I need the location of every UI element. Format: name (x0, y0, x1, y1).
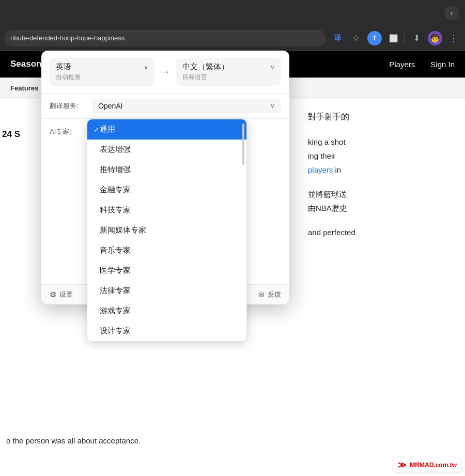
extensions-icon-btn[interactable]: ⬜ (386, 31, 400, 45)
gear-icon: ⚙ (50, 290, 56, 299)
dropdown-item-twitter[interactable]: 推特增强 (87, 160, 246, 180)
dropdown-item-general[interactable]: ✓ 通用 (87, 119, 246, 140)
right-article-content: 對手射手的 king a shot ing their players in 並… (300, 101, 465, 239)
dropdown-legal-text: 法律专家 (96, 286, 131, 296)
article-players-link[interactable]: players (308, 165, 333, 174)
dropdown-design-text: 设计专家 (96, 326, 131, 336)
source-lang-chevron: ∨ (144, 64, 148, 71)
ai-expert-label: AI专家: (50, 123, 86, 136)
zh-nba: 由NBA歷史 (308, 201, 465, 215)
dropdown-item-design[interactable]: 设计专家 (87, 321, 246, 341)
source-lang-auto: 自动检测 (56, 73, 148, 82)
service-chevron-icon: ∨ (270, 102, 275, 110)
source-language-box[interactable]: 英语 ∨ 自动检测 (50, 58, 154, 86)
dropdown-item-finance[interactable]: 金融专家 (87, 180, 246, 200)
dropdown-twitter-text: 推特增强 (96, 165, 131, 175)
mail-icon: ✉ (258, 290, 265, 299)
translation-popup: 英语 ∨ 自动检测 → 中文（繁体） ∨ 目标语言 翻译服务: OpenAI ∨… (41, 51, 289, 304)
watermark-logo: ≫ (398, 460, 407, 470)
check-icon: ✓ (94, 126, 100, 134)
service-label: 翻译服务: (50, 101, 86, 111)
dropdown-item-expression[interactable]: 表达增强 (87, 140, 246, 160)
target-lang-name: 中文（繁体） (182, 62, 229, 72)
site-nav-season[interactable]: Season (10, 59, 41, 69)
address-text: ribute-defended-hoop-hope-happiness (10, 34, 125, 42)
lang-arrow: → (159, 67, 172, 78)
dropdown-scrollbar (242, 124, 244, 165)
language-selector-row: 英语 ∨ 自动检测 → 中文（繁体） ∨ 目标语言 (41, 51, 289, 94)
settings-label: 设置 (59, 290, 73, 299)
dropdown-expression-text: 表达增强 (96, 145, 131, 155)
dropdown-tech-text: 科技专家 (96, 205, 131, 215)
translate-active-badge[interactable]: T (367, 31, 382, 45)
dropdown-music-text: 音乐专家 (96, 245, 131, 255)
dropdown-finance-text: 金融专家 (96, 185, 131, 195)
zh-heading: 對手射手的 (308, 110, 465, 125)
ai-expert-row: AI专家: ✓ 通用 表达增强 推特增强 金融专家 科技专家 新闻媒体专家 (41, 119, 289, 284)
site-nav-players[interactable]: Players (389, 60, 415, 69)
address-bar-row: ribute-defended-hoop-hope-happiness 译 ☆ … (0, 26, 465, 51)
bookmark-icon-btn[interactable]: ☆ (349, 31, 363, 45)
profile-avatar-btn[interactable]: 🧒 (428, 31, 442, 45)
translate-icon-btn[interactable]: 译 (330, 31, 345, 45)
dropdown-gaming-text: 游戏专家 (96, 306, 131, 316)
feedback-label: 反馈 (268, 290, 281, 299)
toolbar-divider (405, 33, 405, 43)
dropdown-item-legal[interactable]: 法律专家 (87, 281, 246, 301)
dropdown-media-text: 新闻媒体专家 (96, 225, 146, 235)
subnav-features[interactable]: Features ∨ (10, 84, 45, 92)
address-bar[interactable]: ribute-defended-hoop-hope-happiness (4, 30, 326, 47)
source-lang-name: 英语 (56, 62, 71, 72)
watermark-text: MRMAD.com.tw (410, 462, 457, 469)
ai-expert-dropdown[interactable]: ✓ 通用 表达增强 推特增强 金融专家 科技专家 新闻媒体专家 音乐专家 医 (87, 119, 247, 342)
article-left-partial: 24 S (2, 126, 20, 143)
settings-button[interactable]: ⚙ 设置 (50, 290, 73, 299)
en-shot: king a shot (308, 135, 465, 149)
dropdown-item-tech[interactable]: 科技专家 (87, 200, 246, 220)
service-select[interactable]: OpenAI ∨ (92, 99, 281, 113)
article-bottom: o the person was all about acceptance. (0, 436, 465, 445)
menu-icon-btn[interactable]: ⋮ (446, 31, 461, 45)
zh-basket: 並將籃球送 (308, 187, 465, 201)
dropdown-item-medical[interactable]: 医学专家 (87, 260, 246, 281)
en-their: ing their (308, 149, 465, 163)
dropdown-item-media[interactable]: 新闻媒体专家 (87, 220, 246, 240)
download-icon-btn[interactable]: ⬇ (409, 31, 424, 45)
dropdown-medical-text: 医学专家 (96, 266, 131, 275)
target-lang-chevron: ∨ (270, 64, 275, 71)
browser-expand-button[interactable]: › (444, 6, 459, 20)
chevron-icon: › (451, 9, 453, 17)
watermark: ≫ MRMAD.com.tw (394, 458, 461, 472)
browser-chrome: › (0, 0, 465, 26)
service-name: OpenAI (98, 102, 266, 110)
target-language-box[interactable]: 中文（繁体） ∨ 目标语言 (176, 58, 281, 86)
target-lang-placeholder: 目标语言 (182, 73, 275, 82)
en-bottom1: and perfected (308, 225, 465, 239)
dropdown-item-music[interactable]: 音乐专家 (87, 240, 246, 260)
service-row: 翻译服务: OpenAI ∨ (41, 94, 289, 119)
dropdown-item-gaming[interactable]: 游戏专家 (87, 301, 246, 321)
feedback-button[interactable]: ✉ 反馈 (258, 290, 281, 299)
en-acceptance: o the person was all about acceptance. (6, 436, 459, 445)
site-nav-signin[interactable]: Sign In (430, 60, 455, 69)
